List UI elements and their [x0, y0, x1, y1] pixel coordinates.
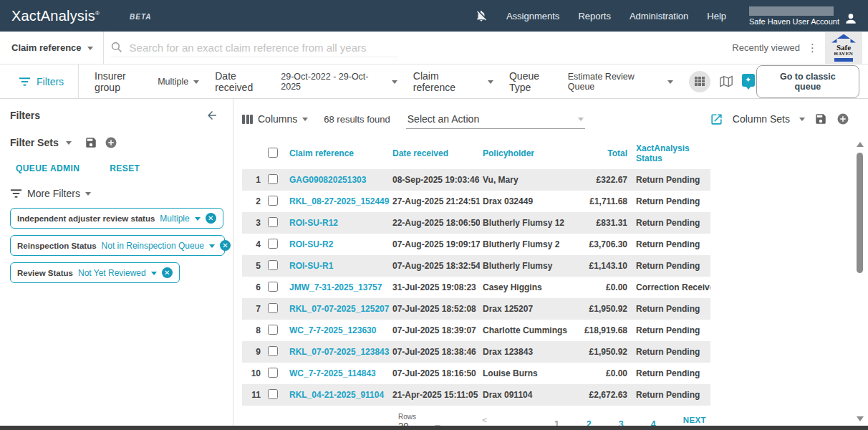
date-received-cell: 07-Jul-2025 18:38:46 [390, 341, 480, 363]
row-checkbox[interactable] [268, 303, 278, 313]
row-checkbox[interactable] [268, 389, 278, 399]
top-nav: Assignments Reports Administration Help … [475, 6, 858, 26]
col-header-total[interactable]: Total [572, 138, 630, 169]
scroll-up-arrow-icon[interactable] [857, 142, 864, 147]
col-header-date-received[interactable]: Date received [390, 138, 480, 169]
scroll-down-arrow-icon[interactable] [857, 416, 864, 421]
table-row[interactable]: 11 RKL_04-21-2025_91104 21-Apr-2025 15:1… [242, 384, 710, 406]
table-row[interactable]: 5 ROI-SU-R1 07-Aug-2025 18:32:54 Bluther… [242, 255, 710, 277]
table-row[interactable]: 4 ROI-SU-R2 07-Aug-2025 19:09:17 Bluther… [242, 234, 710, 255]
claim-reference-link[interactable]: WC_7-7-2025_123630 [289, 325, 376, 335]
kebab-menu-icon[interactable]: ⋮ [807, 42, 818, 53]
row-checkbox[interactable] [268, 174, 278, 184]
date-received-cell: 08-Sep-2025 19:03:46 [390, 169, 480, 191]
claim-reference-link[interactable]: ROI-SU-R12 [289, 218, 338, 228]
chip-label: Independent adjuster review status [17, 214, 155, 223]
row-checkbox[interactable] [268, 346, 278, 356]
nav-reports[interactable]: Reports [578, 11, 611, 22]
claim-reference-link[interactable]: GAG090820251303 [289, 175, 366, 185]
filter-chip-reinspection-status[interactable]: Reinspection Status Not in Reinspection … [10, 235, 225, 256]
chevron-down-icon [667, 80, 673, 84]
nav-help[interactable]: Help [707, 11, 726, 22]
table-row[interactable]: 3 ROI-SU-R12 22-Aug-2025 18:06:50 Bluthe… [242, 212, 710, 234]
chevron-down-icon[interactable] [799, 118, 805, 121]
filter-chip-review-status[interactable]: Review Status Not Yet Reviewed ✕ [10, 262, 180, 283]
person-icon [844, 11, 858, 26]
go-to-classic-queue-button[interactable]: Go to classic queue [756, 65, 859, 98]
filter-date-received[interactable]: Date received 29-Oct-2022 - 29-Oct-2025 [215, 70, 397, 93]
nav-assignments[interactable]: Assignments [506, 11, 559, 22]
row-checkbox[interactable] [268, 239, 278, 249]
recently-viewed-button[interactable]: Recently viewed [732, 42, 800, 53]
remove-filter-icon[interactable]: ✕ [206, 213, 216, 224]
user-name-redacted [749, 6, 834, 16]
queue-admin-button[interactable]: QUEUE ADMIN [16, 163, 79, 173]
open-in-new-icon[interactable] [710, 113, 723, 126]
table-row[interactable]: 6 JMW_7-31-2025_13757 31-Jul-2025 19:08:… [242, 277, 710, 298]
remove-filter-icon[interactable]: ✕ [162, 267, 173, 278]
notifications-off-icon[interactable] [475, 9, 488, 22]
filter-sets-dropdown[interactable]: Filter Sets [10, 137, 59, 148]
row-number: 8 [242, 320, 265, 341]
table-row[interactable]: 1 GAG090820251303 08-Sep-2025 19:03:46 V… [242, 169, 710, 191]
policyholder-cell: Blutherly Flumsy [480, 255, 572, 277]
col-header-status[interactable]: XactAnalysis Status [630, 138, 710, 169]
map-pin-view-icon[interactable]: ✦ [742, 74, 756, 90]
table-row[interactable]: 2 RKL_08-27-2025_152449 27-Aug-2025 21:2… [242, 191, 710, 212]
claim-reference-link[interactable]: JMW_7-31-2025_13757 [289, 282, 382, 292]
row-checkbox[interactable] [268, 217, 278, 227]
filter-queue-type[interactable]: Queue Type Estimate Review Queue [509, 70, 673, 93]
table-row[interactable]: 7 RKL_07-07-2025_125207 07-Jul-2025 18:5… [242, 298, 710, 320]
more-filters-toggle[interactable]: More Filters [10, 188, 224, 199]
date-received-cell: 07-Jul-2025 18:39:07 [390, 320, 480, 341]
claim-reference-link[interactable]: ROI-SU-R1 [289, 261, 333, 271]
action-select-placeholder: Select an Action [408, 113, 479, 125]
row-checkbox[interactable] [268, 196, 278, 206]
row-checkbox[interactable] [268, 325, 278, 335]
total-cell: £322.67 [572, 169, 630, 191]
claim-reference-link[interactable]: RKL_07-07-2025_123843 [289, 347, 389, 357]
action-select[interactable]: Select an Action [406, 110, 585, 129]
filter-claim-reference[interactable]: Claim reference [413, 70, 493, 93]
chevron-down-icon[interactable] [66, 141, 72, 145]
scrollbar-track[interactable] [856, 147, 864, 414]
row-checkbox[interactable] [268, 282, 278, 292]
columns-dropdown[interactable]: Columns [242, 113, 308, 125]
nav-administration[interactable]: Administration [630, 11, 688, 22]
claim-reference-link[interactable]: ROI-SU-R2 [289, 239, 333, 249]
date-received-cell: 22-Aug-2025 18:06:50 [390, 212, 480, 234]
select-all-checkbox[interactable] [268, 148, 278, 158]
claim-reference-link[interactable]: WC_7-7-2025_114843 [289, 368, 376, 378]
save-filter-set-icon[interactable] [85, 136, 97, 149]
table-row[interactable]: 8 WC_7-7-2025_123630 07-Jul-2025 18:39:0… [242, 320, 710, 341]
claim-reference-link[interactable]: RKL_04-21-2025_91104 [289, 390, 384, 400]
collapse-sidebar-arrow-icon[interactable] [206, 109, 218, 122]
save-column-set-icon[interactable] [814, 113, 827, 125]
add-filter-set-icon[interactable] [105, 136, 117, 149]
table-view-button[interactable] [689, 71, 710, 92]
claim-reference-link[interactable]: RKL_08-27-2025_152449 [289, 196, 389, 206]
search-input[interactable] [130, 42, 387, 54]
column-sets-dropdown[interactable]: Column Sets [733, 113, 790, 125]
filter-chip-adjuster-review-status[interactable]: Independent adjuster review status Multi… [10, 208, 223, 229]
row-number-header [242, 138, 265, 169]
filters-toggle-button[interactable]: Filters [19, 76, 78, 87]
remove-filter-icon[interactable]: ✕ [220, 240, 231, 251]
vertical-scrollbar[interactable] [856, 142, 864, 421]
row-checkbox[interactable] [268, 260, 278, 270]
table-row[interactable]: 9 RKL_07-07-2025_123843 07-Jul-2025 18:3… [242, 341, 710, 363]
row-checkbox[interactable] [268, 368, 278, 378]
chip-label: Reinspection Status [17, 242, 97, 250]
filter-insurer-group[interactable]: Insurer group Multiple [95, 70, 199, 93]
col-header-policyholder[interactable]: Policyholder [480, 138, 572, 169]
add-column-set-icon[interactable] [836, 113, 849, 125]
table-row[interactable]: 10 WC_7-7-2025_114843 07-Jul-2025 18:16:… [242, 363, 710, 384]
reset-filters-button[interactable]: RESET [110, 163, 140, 173]
status-cell: Return Pending [630, 320, 710, 341]
map-view-icon[interactable] [719, 75, 733, 88]
scrollbar-thumb[interactable] [857, 153, 863, 273]
claim-reference-link[interactable]: RKL_07-07-2025_125207 [289, 304, 389, 314]
search-scope-dropdown[interactable]: Claim reference [0, 42, 103, 53]
user-account-menu[interactable]: Safe Haven User Account [749, 6, 858, 26]
col-header-claim-reference[interactable]: Claim reference [286, 138, 390, 169]
